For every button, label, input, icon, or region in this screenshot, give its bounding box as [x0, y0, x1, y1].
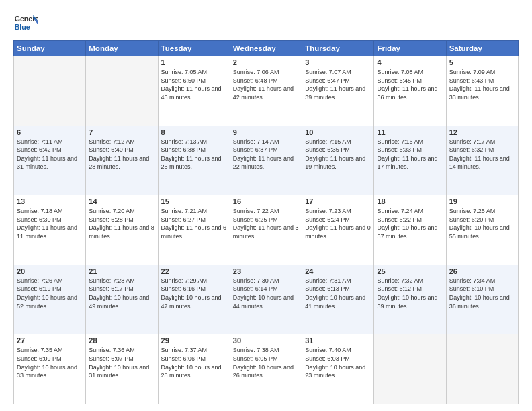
calendar-cell: 20Sunrise: 7:26 AM Sunset: 6:19 PM Dayli…	[14, 265, 86, 334]
day-info: Sunrise: 7:06 AM Sunset: 6:48 PM Dayligh…	[233, 68, 299, 101]
day-number: 23	[233, 267, 299, 275]
day-number: 2	[233, 58, 299, 66]
day-info: Sunrise: 7:40 AM Sunset: 6:03 PM Dayligh…	[305, 346, 371, 379]
day-info: Sunrise: 7:24 AM Sunset: 6:22 PM Dayligh…	[377, 207, 443, 240]
weekday-header-wednesday: Wednesday	[230, 41, 302, 56]
day-info: Sunrise: 7:13 AM Sunset: 6:38 PM Dayligh…	[161, 138, 227, 171]
calendar-cell: 16Sunrise: 7:22 AM Sunset: 6:25 PM Dayli…	[230, 195, 302, 265]
day-info: Sunrise: 7:28 AM Sunset: 6:17 PM Dayligh…	[89, 277, 154, 310]
calendar-week-row: 1Sunrise: 7:05 AM Sunset: 6:50 PM Daylig…	[14, 56, 519, 126]
calendar-cell	[14, 56, 86, 126]
day-info: Sunrise: 7:38 AM Sunset: 6:05 PM Dayligh…	[233, 346, 299, 379]
day-number: 8	[161, 128, 227, 136]
day-number: 13	[17, 197, 83, 205]
calendar-cell: 18Sunrise: 7:24 AM Sunset: 6:22 PM Dayli…	[374, 195, 446, 265]
calendar-cell: 9Sunrise: 7:14 AM Sunset: 6:37 PM Daylig…	[230, 126, 302, 195]
calendar-cell: 10Sunrise: 7:15 AM Sunset: 6:35 PM Dayli…	[302, 126, 374, 195]
day-number: 29	[161, 336, 227, 345]
weekday-header-row: SundayMondayTuesdayWednesdayThursdayFrid…	[14, 41, 519, 56]
svg-text:Blue: Blue	[15, 23, 30, 31]
calendar-cell: 30Sunrise: 7:38 AM Sunset: 6:05 PM Dayli…	[230, 334, 302, 404]
day-info: Sunrise: 7:31 AM Sunset: 6:13 PM Dayligh…	[305, 277, 371, 310]
calendar-cell: 19Sunrise: 7:25 AM Sunset: 6:20 PM Dayli…	[446, 195, 518, 265]
page: General Blue SundayMondayTuesdayWednesda…	[0, 0, 532, 411]
day-number: 24	[305, 267, 371, 275]
day-number: 14	[89, 197, 154, 205]
day-number: 20	[17, 267, 83, 275]
calendar-cell: 29Sunrise: 7:37 AM Sunset: 6:06 PM Dayli…	[158, 334, 230, 404]
header: General Blue	[13, 11, 519, 35]
day-info: Sunrise: 7:22 AM Sunset: 6:25 PM Dayligh…	[233, 207, 299, 240]
day-number: 18	[377, 197, 443, 205]
day-number: 5	[449, 58, 515, 66]
day-info: Sunrise: 7:32 AM Sunset: 6:12 PM Dayligh…	[377, 277, 443, 310]
logo-icon: General Blue	[13, 11, 38, 35]
day-info: Sunrise: 7:26 AM Sunset: 6:19 PM Dayligh…	[17, 277, 83, 310]
calendar-cell: 1Sunrise: 7:05 AM Sunset: 6:50 PM Daylig…	[158, 56, 230, 126]
weekday-header-thursday: Thursday	[302, 41, 374, 56]
calendar-cell: 12Sunrise: 7:17 AM Sunset: 6:32 PM Dayli…	[446, 126, 518, 195]
calendar-cell: 17Sunrise: 7:23 AM Sunset: 6:24 PM Dayli…	[302, 195, 374, 265]
calendar-cell: 14Sunrise: 7:20 AM Sunset: 6:28 PM Dayli…	[86, 195, 158, 265]
day-number: 21	[89, 267, 154, 275]
calendar-week-row: 13Sunrise: 7:18 AM Sunset: 6:30 PM Dayli…	[14, 195, 519, 265]
calendar-cell: 13Sunrise: 7:18 AM Sunset: 6:30 PM Dayli…	[14, 195, 86, 265]
weekday-header-saturday: Saturday	[446, 41, 518, 56]
day-info: Sunrise: 7:34 AM Sunset: 6:10 PM Dayligh…	[449, 277, 515, 310]
day-info: Sunrise: 7:08 AM Sunset: 6:45 PM Dayligh…	[377, 68, 443, 101]
calendar-cell: 31Sunrise: 7:40 AM Sunset: 6:03 PM Dayli…	[302, 334, 374, 404]
weekday-header-tuesday: Tuesday	[158, 41, 230, 56]
calendar-cell	[374, 334, 446, 404]
day-info: Sunrise: 7:12 AM Sunset: 6:40 PM Dayligh…	[89, 138, 154, 171]
day-number: 16	[233, 197, 299, 205]
calendar-cell	[86, 56, 158, 126]
day-number: 10	[305, 128, 371, 136]
calendar-cell: 8Sunrise: 7:13 AM Sunset: 6:38 PM Daylig…	[158, 126, 230, 195]
calendar-cell: 11Sunrise: 7:16 AM Sunset: 6:33 PM Dayli…	[374, 126, 446, 195]
day-number: 11	[377, 128, 443, 136]
calendar-cell: 23Sunrise: 7:30 AM Sunset: 6:14 PM Dayli…	[230, 265, 302, 334]
day-info: Sunrise: 7:36 AM Sunset: 6:07 PM Dayligh…	[89, 346, 154, 379]
day-number: 22	[161, 267, 227, 275]
calendar-cell: 4Sunrise: 7:08 AM Sunset: 6:45 PM Daylig…	[374, 56, 446, 126]
calendar-cell: 15Sunrise: 7:21 AM Sunset: 6:27 PM Dayli…	[158, 195, 230, 265]
day-number: 19	[449, 197, 515, 205]
weekday-header-friday: Friday	[374, 41, 446, 56]
day-info: Sunrise: 7:11 AM Sunset: 6:42 PM Dayligh…	[17, 138, 83, 171]
calendar-table: SundayMondayTuesdayWednesdayThursdayFrid…	[13, 40, 519, 404]
day-info: Sunrise: 7:15 AM Sunset: 6:35 PM Dayligh…	[305, 138, 371, 171]
day-info: Sunrise: 7:23 AM Sunset: 6:24 PM Dayligh…	[305, 207, 371, 240]
day-info: Sunrise: 7:16 AM Sunset: 6:33 PM Dayligh…	[377, 138, 443, 171]
day-info: Sunrise: 7:25 AM Sunset: 6:20 PM Dayligh…	[449, 207, 515, 240]
day-number: 9	[233, 128, 299, 136]
day-number: 17	[305, 197, 371, 205]
day-number: 30	[233, 336, 299, 345]
day-number: 27	[17, 336, 83, 345]
calendar-cell: 5Sunrise: 7:09 AM Sunset: 6:43 PM Daylig…	[446, 56, 518, 126]
calendar-cell: 21Sunrise: 7:28 AM Sunset: 6:17 PM Dayli…	[86, 265, 158, 334]
day-number: 12	[449, 128, 515, 136]
calendar-cell: 26Sunrise: 7:34 AM Sunset: 6:10 PM Dayli…	[446, 265, 518, 334]
day-info: Sunrise: 7:07 AM Sunset: 6:47 PM Dayligh…	[305, 68, 371, 101]
calendar-cell: 25Sunrise: 7:32 AM Sunset: 6:12 PM Dayli…	[374, 265, 446, 334]
day-number: 1	[161, 58, 227, 66]
day-number: 28	[89, 336, 154, 345]
day-info: Sunrise: 7:21 AM Sunset: 6:27 PM Dayligh…	[161, 207, 227, 240]
day-info: Sunrise: 7:30 AM Sunset: 6:14 PM Dayligh…	[233, 277, 299, 310]
day-number: 31	[305, 336, 371, 345]
day-number: 4	[377, 58, 443, 66]
day-number: 26	[449, 267, 515, 275]
day-info: Sunrise: 7:37 AM Sunset: 6:06 PM Dayligh…	[161, 346, 227, 379]
weekday-header-monday: Monday	[86, 41, 158, 56]
calendar-cell: 27Sunrise: 7:35 AM Sunset: 6:09 PM Dayli…	[14, 334, 86, 404]
day-info: Sunrise: 7:05 AM Sunset: 6:50 PM Dayligh…	[161, 68, 227, 101]
day-info: Sunrise: 7:20 AM Sunset: 6:28 PM Dayligh…	[89, 207, 154, 240]
day-number: 6	[17, 128, 83, 136]
weekday-header-sunday: Sunday	[14, 41, 86, 56]
calendar-cell: 7Sunrise: 7:12 AM Sunset: 6:40 PM Daylig…	[86, 126, 158, 195]
calendar-cell: 22Sunrise: 7:29 AM Sunset: 6:16 PM Dayli…	[158, 265, 230, 334]
calendar-cell: 28Sunrise: 7:36 AM Sunset: 6:07 PM Dayli…	[86, 334, 158, 404]
calendar-week-row: 20Sunrise: 7:26 AM Sunset: 6:19 PM Dayli…	[14, 265, 519, 334]
day-info: Sunrise: 7:35 AM Sunset: 6:09 PM Dayligh…	[17, 346, 83, 379]
day-number: 15	[161, 197, 227, 205]
